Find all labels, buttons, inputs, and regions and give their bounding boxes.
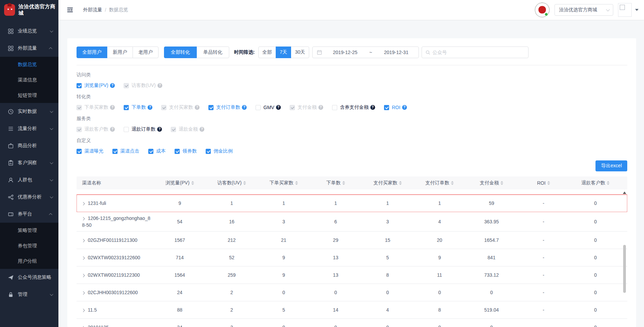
- conversion-tab[interactable]: 全部转化: [164, 47, 197, 58]
- table-column-header[interactable]: 支付金额: [466, 180, 518, 186]
- metric-checkbox[interactable]: 含券支付金额?: [332, 104, 375, 110]
- sort-icon[interactable]: [399, 181, 402, 185]
- sidebar-item[interactable]: 实时数据: [0, 103, 58, 120]
- user-type-tab[interactable]: 全部用户: [77, 47, 107, 58]
- metric-checkbox[interactable]: 退款订单数?: [124, 126, 162, 132]
- table-row[interactable]: 02WXTW0023191226007145291359841-0: [77, 249, 627, 266]
- sort-icon[interactable]: [342, 181, 345, 185]
- scrollbar-thumb[interactable]: [623, 245, 626, 293]
- sidebar-item[interactable]: 流量分析: [0, 120, 58, 137]
- metric-checkbox[interactable]: 领券数: [175, 148, 197, 154]
- table-row[interactable]: 1206-1215_gongzhonghao_88-5054163634363.…: [77, 212, 627, 232]
- table-column-header[interactable]: 下单数: [310, 180, 361, 186]
- time-range-tab[interactable]: 7天: [276, 47, 291, 58]
- checkbox-icon[interactable]: [124, 127, 129, 132]
- checkbox-icon[interactable]: [77, 83, 82, 88]
- sidebar-collapse-icon[interactable]: [67, 6, 74, 14]
- help-icon[interactable]: ?: [110, 127, 115, 132]
- checkbox-icon[interactable]: [384, 105, 389, 110]
- help-icon[interactable]: ?: [200, 127, 204, 132]
- user-type-tab[interactable]: 新用户: [107, 47, 133, 58]
- metric-checkbox[interactable]: 支付买家数?: [161, 104, 200, 110]
- sort-icon[interactable]: [243, 181, 246, 185]
- table-column-header[interactable]: 支付买家数: [361, 180, 413, 186]
- sort-icon[interactable]: [191, 181, 194, 185]
- metric-checkbox[interactable]: 渠道曝光: [77, 148, 104, 154]
- expand-row-icon[interactable]: [82, 274, 85, 277]
- date-start-value[interactable]: 2019-12-25: [333, 50, 357, 55]
- help-icon[interactable]: ?: [242, 105, 247, 110]
- table-column-header[interactable]: 支付订单数: [414, 180, 466, 186]
- table-column-header[interactable]: 下单买家数: [258, 180, 310, 186]
- sidebar-item[interactable]: 管理: [0, 286, 58, 303]
- table-row[interactable]: 11.588251448519.04-0: [77, 301, 627, 319]
- checkbox-icon[interactable]: [206, 149, 211, 154]
- help-icon[interactable]: ?: [110, 83, 115, 88]
- metric-checkbox[interactable]: ROI?: [384, 105, 407, 110]
- time-range-tab[interactable]: 30天: [291, 47, 309, 58]
- metric-checkbox[interactable]: 成本: [148, 148, 166, 154]
- expand-row-icon[interactable]: [82, 202, 85, 206]
- metric-checkbox[interactable]: GMV?: [256, 105, 281, 110]
- sidebar-subitem[interactable]: 策略管理: [0, 223, 58, 238]
- table-column-header[interactable]: 退款客户数: [570, 180, 621, 186]
- export-excel-button[interactable]: 导出excel: [595, 160, 627, 171]
- table-row[interactable]: 1231-fuli91111159-0: [77, 195, 627, 212]
- metric-checkbox[interactable]: 下单买家数?: [77, 104, 115, 110]
- sidebar-item[interactable]: 商品分析: [0, 137, 58, 154]
- date-end-value[interactable]: 2019-12-31: [384, 50, 409, 55]
- expand-row-icon[interactable]: [82, 257, 85, 260]
- metric-checkbox[interactable]: 渠道点击: [112, 148, 139, 154]
- sidebar-item[interactable]: 业绩总览: [0, 23, 58, 40]
- qr-avatar[interactable]: [535, 2, 550, 17]
- date-range-picker[interactable]: 2019-12-25 ~ 2019-12-31: [312, 47, 419, 58]
- sort-icon[interactable]: [451, 181, 454, 185]
- expand-row-icon[interactable]: [82, 217, 85, 221]
- metric-checkbox[interactable]: 退款客户数?: [77, 126, 115, 132]
- sidebar-item[interactable]: 优惠券分析: [0, 188, 58, 206]
- sidebar-item[interactable]: 客户洞察: [0, 154, 58, 171]
- help-icon[interactable]: ?: [402, 105, 407, 110]
- sort-icon[interactable]: [607, 181, 609, 185]
- help-icon[interactable]: ?: [276, 105, 281, 110]
- scrollbar-up-icon[interactable]: [623, 192, 626, 194]
- expand-row-icon[interactable]: [82, 239, 85, 243]
- help-icon[interactable]: ?: [157, 83, 162, 88]
- help-icon[interactable]: ?: [110, 105, 115, 110]
- sidebar-subitem[interactable]: 数据总览: [0, 57, 58, 72]
- table-column-header[interactable]: 访客数(UV): [206, 180, 258, 186]
- checkbox-icon[interactable]: [256, 105, 261, 110]
- metric-checkbox[interactable]: 退款金额?: [171, 126, 204, 132]
- sidebar-item[interactable]: 人群包: [0, 171, 58, 188]
- help-icon[interactable]: ?: [195, 105, 200, 110]
- metric-checkbox[interactable]: 佣金比例: [206, 148, 233, 154]
- table-row[interactable]: 2019112534300000-0: [77, 319, 627, 327]
- metric-checkbox[interactable]: 支付订单数?: [208, 104, 247, 110]
- table-row[interactable]: 02CJHH00301912260024200000-0: [77, 284, 627, 301]
- conversion-tab[interactable]: 单品转化: [196, 47, 229, 58]
- metric-checkbox[interactable]: 下单数?: [124, 104, 152, 110]
- checkbox-icon[interactable]: [112, 149, 118, 154]
- expand-row-icon[interactable]: [82, 291, 85, 295]
- sort-icon[interactable]: [295, 181, 298, 185]
- table-column-header[interactable]: ROI: [518, 180, 570, 186]
- sidebar-subitem[interactable]: 渠道信息: [0, 72, 58, 88]
- metric-checkbox[interactable]: 浏览量(PV)?: [77, 82, 115, 89]
- user-type-tab[interactable]: 老用户: [133, 47, 159, 58]
- help-icon[interactable]: ?: [157, 127, 162, 132]
- sidebar-item[interactable]: 外部流量: [0, 40, 58, 57]
- user-menu-caret-icon[interactable]: [635, 9, 639, 11]
- expand-row-icon[interactable]: [82, 309, 85, 312]
- sort-icon[interactable]: [547, 181, 550, 185]
- help-icon[interactable]: ?: [318, 105, 323, 110]
- sidebar-subitem[interactable]: 短链管理: [0, 88, 58, 103]
- checkbox-icon[interactable]: [148, 149, 153, 154]
- sidebar-subitem[interactable]: 券包管理: [0, 238, 58, 253]
- breadcrumb-item[interactable]: 外部流量: [83, 7, 102, 13]
- checkbox-icon[interactable]: [332, 105, 337, 110]
- time-range-tab[interactable]: 全部: [258, 47, 276, 58]
- user-avatar-box[interactable]: [618, 3, 632, 17]
- search-input[interactable]: [433, 50, 525, 55]
- sort-icon[interactable]: [501, 181, 503, 185]
- checkbox-icon[interactable]: [175, 149, 180, 154]
